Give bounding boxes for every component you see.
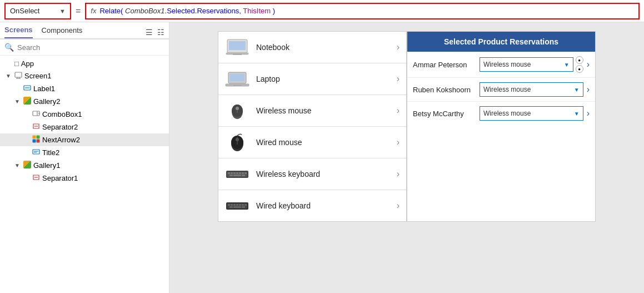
svg-rect-42 (239, 172, 241, 174)
tree-item-app[interactable]: □ App (0, 58, 169, 69)
title2-label: Title2 (42, 148, 59, 157)
product-row-wkeyboard[interactable]: Wireless keyboard › (218, 158, 406, 190)
gallery1-icon (23, 161, 31, 170)
nextarrow2-label: NextArrow2 (42, 136, 80, 144)
product-row-laptop[interactable]: Laptop › (218, 63, 406, 95)
svg-rect-53 (236, 204, 238, 206)
screen1-chevron: ▼ (6, 73, 12, 79)
main-layout: Screens Components ☰ ☷ 🔍 □ App ▼ (0, 22, 644, 293)
fx-icon: fx (91, 7, 96, 15)
reservation-row-2: Betsy McCarthy Wireless mouse ▼ › (407, 102, 595, 125)
svg-rect-15 (33, 150, 39, 154)
product-row-wmouse[interactable]: Wireless mouse › (218, 95, 406, 127)
svg-rect-54 (239, 204, 241, 206)
tree: □ App ▼ Screen1 Label1 ▼ (0, 56, 169, 293)
tree-item-screen1[interactable]: ▼ Screen1 (0, 69, 169, 82)
reservation-select-2[interactable]: Wireless mouse ▼ (480, 106, 583, 121)
reservation-name-1: Ruben Kokshoorn (413, 86, 480, 94)
wkeyboard-img (225, 164, 249, 184)
product-name-laptop: Laptop (256, 75, 397, 83)
grid-icon[interactable]: ☷ (157, 28, 164, 37)
laptop-img (225, 69, 249, 89)
formula-input[interactable]: fx Relate( ComboBox1.Selected.Reservatio… (85, 3, 640, 19)
keyboard-arrow: › (397, 201, 400, 211)
combobox1-label: ComboBox1 (42, 110, 82, 118)
product-row-notebook[interactable]: Notebook › (218, 32, 406, 63)
laptop-arrow: › (397, 74, 400, 84)
reservation-select-1[interactable]: Wireless mouse ▼ (480, 82, 583, 97)
formula-close: ) (273, 7, 275, 15)
svg-rect-21 (229, 41, 246, 50)
product-name-notebook: Notebook (256, 43, 397, 52)
tree-item-combobox1[interactable]: ▼ ComboBox1 (0, 108, 169, 121)
svg-rect-44 (244, 172, 247, 174)
circle-buttons-0: ● ● (576, 56, 583, 73)
separator-icon (32, 122, 40, 132)
svg-rect-11 (33, 136, 36, 139)
formula-thisitem: ThisItem (243, 7, 271, 15)
tree-item-gallery1[interactable]: ▼ Gallery1 (0, 159, 169, 172)
formula-code: Relate( ComboBox1.Selected.Reservations,… (99, 7, 275, 15)
product-name-wkeyboard: Wireless keyboard (256, 170, 397, 178)
svg-rect-38 (228, 172, 230, 174)
search-box: 🔍 (0, 39, 169, 56)
reservation-value-0: Wireless mouse (483, 61, 531, 68)
canvas: Notebook › Laptop › Wireless mouse (169, 22, 644, 293)
sidebar: Screens Components ☰ ☷ 🔍 □ App ▼ (0, 22, 169, 293)
reservations-header: Selected Product Reservations (407, 32, 595, 52)
formula-combobox: ComboBox1 (125, 7, 165, 15)
notebook-arrow: › (397, 42, 400, 52)
search-icon: 🔍 (4, 43, 14, 52)
svg-rect-45 (229, 175, 233, 176)
svg-rect-56 (244, 204, 247, 206)
circle-down-0[interactable]: ● (576, 65, 583, 73)
tree-item-separator1[interactable]: Separator1 (0, 172, 169, 185)
app-icon: □ (14, 59, 19, 68)
reservation-arrow-0[interactable]: › (587, 59, 590, 69)
sidebar-tabs: Screens Components ☰ ☷ (0, 22, 169, 39)
product-name-mouse: Wired mouse (256, 138, 397, 147)
svg-rect-40 (233, 172, 236, 174)
select-chevron-0: ▼ (564, 62, 570, 68)
search-input[interactable] (17, 43, 164, 52)
svg-rect-39 (231, 172, 233, 174)
gallery1-chevron: ▼ (14, 162, 21, 168)
tree-item-label1[interactable]: Label1 (0, 82, 169, 95)
chevron-down-icon: ▼ (59, 8, 66, 14)
svg-point-31 (236, 107, 239, 110)
tree-item-separator2[interactable]: Separator2 (0, 121, 169, 133)
tab-components[interactable]: Components (42, 26, 83, 38)
gallery2-chevron: ▼ (14, 98, 21, 105)
product-row-keyboard[interactable]: Wired keyboard › (218, 190, 406, 221)
reservation-select-0[interactable]: Wireless mouse ▼ (480, 57, 573, 72)
notebook-img (225, 37, 249, 57)
svg-rect-23 (233, 54, 242, 55)
svg-rect-59 (242, 206, 245, 208)
product-row-mouse[interactable]: Wired mouse › (218, 127, 406, 158)
list-icon[interactable]: ☰ (146, 28, 153, 37)
svg-rect-12 (37, 136, 40, 139)
circle-up-0[interactable]: ● (576, 56, 583, 64)
tab-screens[interactable]: Screens (4, 26, 33, 38)
svg-rect-50 (228, 204, 230, 206)
event-dropdown[interactable]: OnSelect ▼ (4, 3, 71, 19)
svg-rect-43 (242, 172, 244, 174)
svg-rect-51 (231, 204, 233, 206)
keyboard-img (225, 196, 249, 216)
svg-rect-57 (229, 206, 233, 208)
svg-rect-27 (233, 85, 241, 86)
tree-item-gallery2[interactable]: ▼ Gallery2 (0, 95, 169, 108)
tree-item-title2[interactable]: Title2 (0, 146, 169, 159)
title-icon (32, 148, 40, 157)
reservation-arrow-1[interactable]: › (587, 85, 590, 95)
reservation-arrow-2[interactable]: › (587, 108, 590, 118)
product-list: Notebook › Laptop › Wireless mouse (218, 31, 407, 222)
svg-text:▼: ▼ (38, 112, 40, 115)
select-chevron-1: ▼ (574, 87, 580, 93)
gallery1-label: Gallery1 (33, 161, 60, 170)
screen-icon (14, 71, 22, 81)
tree-item-nextarrow2[interactable]: NextArrow2 (0, 133, 169, 146)
reservation-row-0: Ammar Peterson Wireless mouse ▼ ● ● › (407, 52, 595, 78)
formula-relate: Relate( (99, 7, 123, 15)
gallery-icon (23, 97, 31, 106)
